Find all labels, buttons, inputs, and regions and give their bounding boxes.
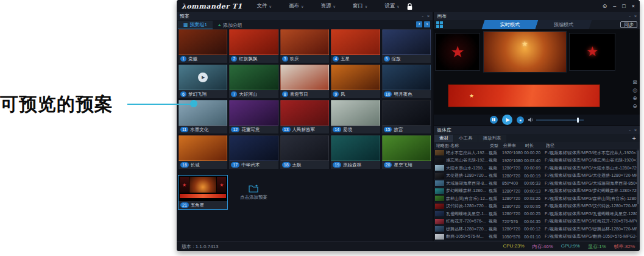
preset-item[interactable]: 2 红旗飘飘: [229, 29, 278, 63]
speaker-icon[interactable]: [528, 117, 534, 123]
preset-thumbnail[interactable]: [280, 29, 329, 55]
close-icon[interactable]: ×: [632, 3, 635, 9]
preset-item[interactable]: 14 爱境: [331, 100, 380, 133]
column-name[interactable]: 缩略图-名称: [436, 143, 490, 149]
preset-thumbnail[interactable]: [331, 100, 380, 126]
preset-thumbnail[interactable]: [280, 135, 329, 161]
preset-item[interactable]: 17 中华武术: [229, 135, 278, 169]
play-button[interactable]: ▶: [502, 115, 512, 125]
column-path[interactable]: 路径: [546, 143, 640, 149]
tab-add-group[interactable]: + 添加分组: [213, 21, 248, 29]
media-row[interactable]: 难忘黑山谷光阴-192... 视频 1920*1080 00:03:40 F:/…: [434, 157, 637, 165]
preset-thumbnail[interactable]: [229, 135, 278, 161]
media-row[interactable]: 梦幻蝴蝶森林-1280... 视频 1280*720 00:00:13 F:/视…: [434, 188, 637, 196]
pause-button[interactable]: [490, 116, 498, 124]
preset-thumbnail[interactable]: [331, 29, 380, 55]
preset-item[interactable]: 4 五星: [331, 29, 380, 63]
preset-thumbnail[interactable]: ▶: [179, 65, 227, 90]
stop-button[interactable]: ■: [517, 116, 524, 124]
preset-thumbnail[interactable]: [382, 100, 431, 126]
media-row[interactable]: 缦舞丛林-1280×720... 视频 1280*720 00:00:12 F:…: [434, 226, 637, 233]
undock-icon[interactable]: ▫: [422, 14, 423, 18]
zoom-out-icon[interactable]: ⊖: [632, 103, 637, 109]
volume-slider[interactable]: [536, 119, 584, 121]
undock-icon[interactable]: ▫: [629, 14, 630, 18]
media-row[interactable]: 孔雀蝴蝶唯美星空-1... 视频 1280*720 00:00:25 F:/视频…: [434, 210, 637, 218]
tab-realtime-mode[interactable]: 实时模式: [482, 20, 539, 29]
tab-preedit-mode[interactable]: 预编模式: [536, 20, 592, 29]
zoom-in-icon[interactable]: ⊕: [632, 95, 637, 101]
preset-thumbnail[interactable]: [280, 100, 329, 126]
preset-item[interactable]: 13 人民解放军: [280, 100, 329, 133]
preset-item[interactable]: 1 党徽: [179, 29, 227, 63]
preset-item[interactable]: ▶ 6 梦幻飞翔: [179, 65, 227, 98]
output-screen-1[interactable]: ★: [435, 33, 480, 71]
menu-resource[interactable]: 资源∨: [320, 2, 335, 10]
preset-item[interactable]: 5 绽放: [382, 29, 431, 63]
preset-item[interactable]: 9 凤: [331, 65, 380, 98]
preset-item[interactable]: 12 花重写意: [229, 100, 278, 133]
preset-item[interactable]: 8 喜迎节日: [280, 65, 329, 98]
column-resolution[interactable]: 分辨率: [503, 143, 525, 149]
preset-thumbnail[interactable]: [229, 29, 278, 55]
preview-play-icon[interactable]: ▶: [198, 73, 208, 82]
add-media-button[interactable]: +: [629, 135, 639, 142]
next-page-button[interactable]: ›: [424, 21, 430, 27]
preset-item[interactable]: 20 星空飞翔: [382, 135, 431, 169]
column-duration[interactable]: 时长: [525, 143, 546, 149]
preset-item[interactable]: 19 原始森林: [331, 135, 380, 169]
tab-preset-group[interactable]: ▦ 预案组1: [178, 21, 213, 29]
column-type[interactable]: 类型: [490, 143, 503, 149]
media-row[interactable]: 红梅花开-720×576-... 视频 720*576 00:04:35 F:/…: [434, 218, 637, 226]
preset-thumbnail[interactable]: [179, 29, 227, 55]
preset-item[interactable]: 7 大好河山: [229, 65, 278, 98]
preset-thumbnail[interactable]: [229, 100, 278, 126]
preset-thumbnail[interactable]: [179, 135, 227, 161]
preset-thumbnail[interactable]: [331, 135, 380, 161]
undock-icon[interactable]: ▫: [629, 128, 630, 132]
media-row[interactable]: 森林山间(有音乐)-12... 视频 1280*720 00:03:26 F:/…: [434, 195, 637, 203]
media-row[interactable]: 天使翅膀-1280×720... 视频 1280*720 00:00:19 F:…: [434, 172, 637, 180]
lock-icon[interactable]: [407, 2, 412, 13]
close-icon[interactable]: ×: [427, 14, 430, 18]
media-row[interactable]: 大陆水墨山水-1280... 视频 1280*720 00:00:09 F:/视…: [434, 165, 637, 172]
preset-thumbnail[interactable]: [280, 65, 329, 90]
close-icon[interactable]: ×: [634, 14, 637, 18]
output-screen-2[interactable]: ★: [483, 31, 567, 73]
output-screen-wide[interactable]: ★: [448, 84, 600, 107]
canvas-stage[interactable]: ★ ★ ★ ★ ⊠ ◎ ⊕ ⊖: [434, 29, 640, 115]
media-row[interactable]: 吃水不忘挖井人-192... 视频 1920*1080 00:00:20 F:/…: [434, 149, 637, 157]
prev-page-button[interactable]: ‹: [416, 21, 422, 27]
media-row[interactable]: 汉代特效-1280×720... 视频 1280*720 00:00:05 F:…: [434, 203, 637, 211]
menu-settings[interactable]: 设置∨: [384, 2, 399, 10]
preset-thumbnail[interactable]: ★ ★: [179, 176, 227, 201]
tab-widgets[interactable]: 小工具: [454, 135, 478, 142]
tab-material[interactable]: 素材: [434, 135, 453, 142]
preset-thumbnail[interactable]: [331, 65, 380, 90]
preset-item[interactable]: 16 长城: [179, 135, 227, 169]
preset-thumbnail[interactable]: [382, 29, 431, 55]
preset-item[interactable]: 3 欢庆: [280, 29, 329, 63]
media-scrollbar[interactable]: [637, 149, 640, 241]
maximize-icon[interactable]: □: [622, 3, 625, 9]
output-screen-3[interactable]: ★: [569, 33, 615, 71]
preset-item[interactable]: 18 太极: [280, 135, 329, 169]
menu-file[interactable]: 文件∨: [257, 2, 272, 10]
close-icon[interactable]: ×: [634, 128, 637, 132]
menu-canvas[interactable]: 画布∨: [289, 2, 303, 10]
media-row[interactable]: 天域珊瑚海摩西湖-8... 视频 850*400 00:06:33 F:/视频素…: [434, 180, 637, 188]
add-preset-tile[interactable]: 点击添加预案: [229, 176, 278, 209]
menu-window[interactable]: 窗口∨: [353, 2, 367, 10]
screen-layout-icon[interactable]: [436, 21, 443, 28]
preset-item-selected[interactable]: ★ ★ 21 五角星: [179, 176, 227, 209]
fit-view-icon[interactable]: ⊠: [632, 79, 637, 85]
preset-thumbnail[interactable]: [382, 135, 431, 161]
media-row[interactable]: 翻腾-1050×576-M... 视频 1050*576 00:01:10 F:…: [434, 233, 637, 241]
info-icon[interactable]: ⊙: [603, 3, 607, 9]
tab-playlist[interactable]: 播放列表: [478, 135, 506, 142]
preset-item[interactable]: 10 明月夜色: [382, 65, 431, 98]
preset-item[interactable]: 15 故宫: [382, 100, 431, 133]
minimize-icon[interactable]: –: [613, 3, 616, 9]
preset-item[interactable]: 11 水墨文化: [179, 100, 227, 133]
locate-icon[interactable]: ◎: [632, 87, 637, 93]
